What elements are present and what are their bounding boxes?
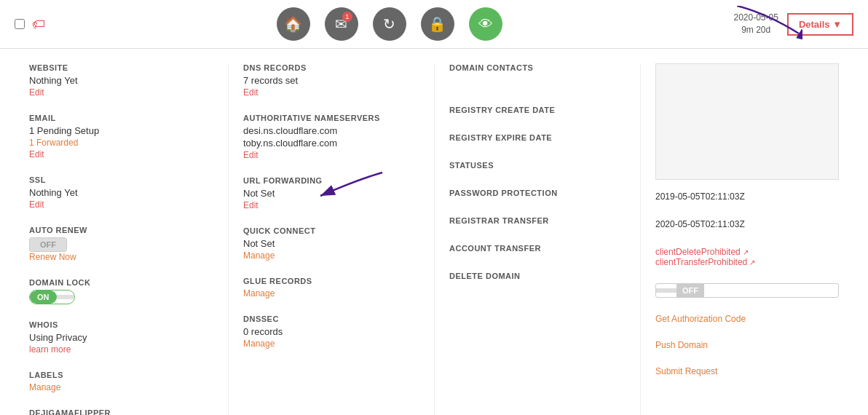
status1-link[interactable]: clientDeleteProhibited ↗ bbox=[655, 247, 839, 257]
ssl-value: Nothing Yet bbox=[29, 187, 221, 198]
domain-lock-row: DOMAIN LOCK ON bbox=[29, 278, 221, 304]
top-bar-left: 🏷 bbox=[15, 17, 45, 32]
account-transfer-link[interactable]: Push Domain bbox=[655, 340, 839, 350]
grid-layout: WEBSITE Nothing Yet Edit EMAIL 1 Pending… bbox=[22, 63, 846, 415]
toggle-off-label: OFF bbox=[30, 238, 66, 251]
authoritative-nameservers-label: AUTHORITATIVE NAMESERVERS bbox=[243, 114, 427, 122]
registry-create-date-label: REGISTRY CREATE DATE bbox=[449, 106, 633, 114]
delete-domain-link-row: Submit Request bbox=[655, 366, 839, 376]
top-bar-center: 🏠 ✉ 1 ↻ 🔒 👁 bbox=[45, 7, 734, 41]
dnssec-row: DNSSEC 0 records Manage bbox=[243, 315, 427, 349]
status1-value: clientDeleteProhibited bbox=[655, 247, 741, 257]
external-link-icon1: ↗ bbox=[743, 248, 749, 256]
renew-now-link[interactable]: Renew Now bbox=[29, 252, 221, 262]
date-value: 2020-05-05 bbox=[734, 12, 778, 24]
dnssec-manage-link[interactable]: Manage bbox=[243, 339, 427, 349]
email-badge: 1 bbox=[342, 12, 352, 22]
dejigamaflipper-label: DEJIGAMAFLIPPER bbox=[29, 408, 221, 415]
ssl-edit-link[interactable]: Edit bbox=[29, 199, 221, 210]
domain-lock-toggle[interactable]: ON bbox=[29, 290, 221, 304]
url-forwarding-label: URL FORWARDING bbox=[243, 176, 427, 185]
col-dns: DNS RECORDS 7 records set Edit AUTHORITA… bbox=[228, 63, 434, 415]
quick-connect-manage-link[interactable]: Manage bbox=[243, 250, 427, 261]
authoritative-nameservers-edit-link[interactable]: Edit bbox=[243, 150, 427, 160]
labels-row: LABELS Manage bbox=[29, 371, 221, 392]
whois-learn-more-link[interactable]: learn more bbox=[29, 344, 221, 355]
eye-icon[interactable]: 👁 bbox=[469, 7, 502, 41]
whois-label: WHOIS bbox=[29, 320, 221, 329]
details-button[interactable]: Details ▼ bbox=[787, 13, 853, 36]
auto-renew-row: AUTO RENEW OFF Renew Now bbox=[29, 226, 221, 262]
statuses-row: STATUSES bbox=[449, 161, 633, 173]
ssl-row: SSL Nothing Yet Edit bbox=[29, 175, 221, 210]
statuses-label: STATUSES bbox=[449, 161, 633, 170]
quick-connect-label: QUICK CONNECT bbox=[243, 226, 427, 235]
registry-create-date-value: 2019-05-05T02:11:03Z bbox=[655, 191, 839, 202]
registrar-transfer-link[interactable]: Get Authorization Code bbox=[655, 314, 839, 324]
col-left: WEBSITE Nothing Yet Edit EMAIL 1 Pending… bbox=[22, 63, 228, 415]
status2-link[interactable]: clientTransferProhibited ↗ bbox=[655, 257, 839, 267]
account-transfer-row: ACCOUNT TRANSFER bbox=[449, 244, 633, 256]
email-icon[interactable]: ✉ 1 bbox=[325, 7, 358, 41]
password-protection-toggle-row: OFF bbox=[655, 283, 839, 298]
domain-lock-label: DOMAIN LOCK bbox=[29, 278, 221, 287]
ns2-value: toby.ns.cloudflare.com bbox=[243, 138, 427, 149]
url-forwarding-value: Not Set bbox=[243, 188, 427, 199]
row-checkbox[interactable] bbox=[15, 19, 25, 29]
website-row: WEBSITE Nothing Yet Edit bbox=[29, 63, 221, 98]
dns-records-edit-link[interactable]: Edit bbox=[243, 87, 427, 98]
quick-connect-row: QUICK CONNECT Not Set Manage bbox=[243, 226, 427, 261]
account-transfer-link-row: Push Domain bbox=[655, 340, 839, 350]
registry-expire-date-value: 2020-05-05T02:11:03Z bbox=[655, 219, 839, 229]
quick-connect-value: Not Set bbox=[243, 238, 427, 249]
registry-expire-date-row: REGISTRY EXPIRE DATE bbox=[449, 133, 633, 145]
labels-manage-link[interactable]: Manage bbox=[29, 382, 221, 392]
refresh-icon[interactable]: ↻ bbox=[373, 7, 406, 41]
domain-lock-track bbox=[57, 295, 74, 299]
registry-expire-date-label: REGISTRY EXPIRE DATE bbox=[449, 133, 633, 142]
statuses-values-row: clientDeleteProhibited ↗ clientTransferP… bbox=[655, 247, 839, 267]
top-bar: 🏷 🏠 ✉ 1 ↻ 🔒 👁 2020-05-05 9m 20d Details … bbox=[0, 0, 868, 49]
domain-lock-on-label: ON bbox=[30, 290, 57, 304]
website-edit-link[interactable]: Edit bbox=[29, 87, 221, 98]
registry-create-date-row: REGISTRY CREATE DATE bbox=[449, 106, 633, 117]
authoritative-nameservers-row: AUTHORITATIVE NAMESERVERS desi.ns.cloudf… bbox=[243, 114, 427, 160]
registrar-transfer-label: REGISTRAR TRANSFER bbox=[449, 216, 633, 225]
auto-renew-toggle[interactable]: OFF bbox=[29, 237, 67, 252]
url-forwarding-edit-link[interactable]: Edit bbox=[243, 200, 427, 210]
glue-records-manage-link[interactable]: Manage bbox=[243, 288, 427, 299]
password-protection-row: PASSWORD PROTECTION bbox=[449, 189, 633, 200]
url-forwarding-row: URL FORWARDING Not Set Edit bbox=[243, 176, 427, 210]
tag-icon: 🏷 bbox=[32, 17, 45, 32]
auto-renew-toggle-container: OFF bbox=[29, 237, 221, 252]
password-off-label: OFF bbox=[676, 284, 704, 297]
delete-domain-row: DELETE DOMAIN bbox=[449, 272, 633, 283]
home-icon[interactable]: 🏠 bbox=[277, 7, 310, 41]
delete-domain-link[interactable]: Submit Request bbox=[655, 366, 839, 376]
whois-value: Using Privacy bbox=[29, 332, 221, 343]
email-row: EMAIL 1 Pending Setup 1 Forwarded Edit bbox=[29, 114, 221, 159]
dnssec-value: 0 records bbox=[243, 326, 427, 337]
email-pending-value: 1 Pending Setup bbox=[29, 125, 221, 136]
registrar-transfer-link-row: Get Authorization Code bbox=[655, 314, 839, 324]
email-edit-link[interactable]: Edit bbox=[29, 149, 221, 159]
glue-records-row: GLUE RECORDS Manage bbox=[243, 277, 427, 299]
top-bar-right: 2020-05-05 9m 20d Details ▼ bbox=[734, 12, 854, 36]
duration-value: 9m 20d bbox=[734, 24, 778, 36]
website-label: WEBSITE bbox=[29, 63, 221, 72]
labels-label: LABELS bbox=[29, 371, 221, 379]
domain-contacts-row: DOMAIN CONTACTS bbox=[449, 63, 633, 75]
whois-row: WHOIS Using Privacy learn more bbox=[29, 320, 221, 355]
dns-records-value: 7 records set bbox=[243, 75, 427, 86]
date-info: 2020-05-05 9m 20d bbox=[734, 12, 778, 36]
domain-contacts-box bbox=[655, 63, 839, 180]
ssl-label: SSL bbox=[29, 175, 221, 184]
registry-expire-date-value-row: 2020-05-05T02:11:03Z bbox=[655, 219, 839, 231]
password-track bbox=[656, 288, 676, 293]
col-contacts: DOMAIN CONTACTS REGISTRY CREATE DATE REG… bbox=[434, 63, 640, 415]
dejigamaflipper-row: DEJIGAMAFLIPPER Dejigamaflip bbox=[29, 408, 221, 415]
dnssec-label: DNSSEC bbox=[243, 315, 427, 323]
lock-nav-icon[interactable]: 🔒 bbox=[421, 7, 454, 41]
domain-contacts-label: DOMAIN CONTACTS bbox=[449, 63, 633, 72]
password-protection-toggle[interactable]: OFF bbox=[655, 283, 839, 298]
